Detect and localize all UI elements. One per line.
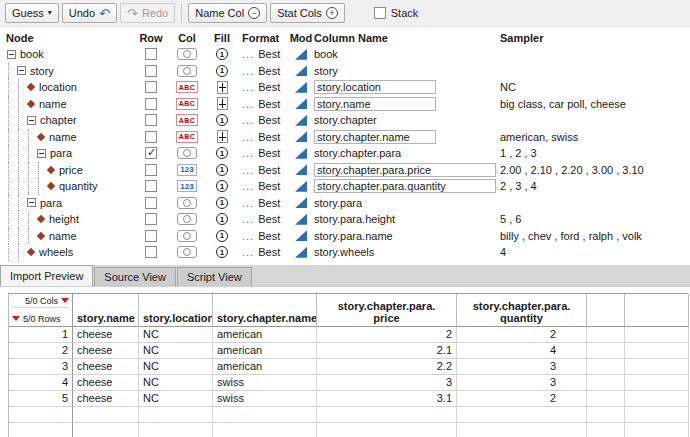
format-ellipsis[interactable]: ...	[242, 147, 254, 159]
format-ellipsis[interactable]: ...	[242, 213, 254, 225]
column-name-input[interactable]	[314, 80, 436, 94]
row-checkbox[interactable]	[145, 197, 157, 209]
format-value[interactable]: Best	[258, 197, 280, 209]
mod-triangle-icon[interactable]	[295, 164, 307, 175]
column-type-ignore-icon[interactable]	[177, 65, 197, 77]
column-type-character-icon[interactable]: ABC	[176, 131, 198, 143]
mod-triangle-icon[interactable]	[295, 98, 307, 109]
mod-triangle-icon[interactable]	[295, 82, 307, 93]
fill-plus-icon[interactable]	[217, 130, 228, 143]
row-checkbox[interactable]	[145, 98, 157, 110]
stat-cols-button[interactable]: Stat Cols +	[270, 3, 345, 23]
tab-import-preview[interactable]: Import Preview	[0, 265, 93, 286]
row-checkbox[interactable]	[145, 48, 157, 60]
columns-badge[interactable]: 5/0 Cols	[12, 296, 69, 308]
format-value[interactable]: Best	[258, 246, 280, 258]
column-type-ignore-icon[interactable]	[177, 197, 197, 209]
column-name-input[interactable]	[314, 163, 496, 177]
fill-one-icon[interactable]: 1	[216, 164, 228, 176]
format-value[interactable]: Best	[258, 180, 280, 192]
row-checkbox[interactable]	[145, 131, 157, 143]
collapse-toggle-icon[interactable]	[17, 66, 26, 75]
format-value[interactable]: Best	[258, 81, 280, 93]
guess-button[interactable]: Guess ▾	[5, 3, 59, 23]
format-ellipsis[interactable]: ...	[242, 114, 254, 126]
fill-one-icon[interactable]: 1	[216, 197, 228, 209]
column-type-character-icon[interactable]: ABC	[176, 114, 198, 126]
stack-checkbox[interactable]	[374, 7, 386, 19]
column-type-numeric-icon[interactable]: 123	[177, 164, 197, 176]
mod-triangle-icon[interactable]	[295, 148, 307, 159]
format-ellipsis[interactable]: ...	[242, 246, 254, 258]
column-name-input[interactable]	[314, 130, 436, 144]
mod-triangle-icon[interactable]	[295, 115, 307, 126]
mod-triangle-icon[interactable]	[295, 65, 307, 76]
format-value[interactable]: Best	[258, 164, 280, 176]
row-checkbox-checked[interactable]	[145, 147, 157, 159]
column-header-quantity[interactable]: story.chapter.para.quantity	[457, 294, 587, 327]
row-checkbox[interactable]	[145, 114, 157, 126]
redo-button[interactable]: ↷ Redo	[120, 3, 175, 23]
format-value[interactable]: Best	[258, 98, 280, 110]
mod-triangle-icon[interactable]	[295, 197, 307, 208]
format-value[interactable]: Best	[258, 131, 280, 143]
fill-plus-icon[interactable]	[217, 81, 228, 94]
tab-script-view[interactable]: Script View	[177, 267, 252, 286]
undo-button[interactable]: Undo ↶	[62, 3, 117, 23]
fill-one-icon[interactable]: 1	[216, 180, 228, 192]
column-type-ignore-icon[interactable]	[177, 48, 197, 60]
column-name-input[interactable]	[314, 179, 496, 193]
mod-triangle-icon[interactable]	[295, 230, 307, 241]
column-header-story-chapter-name[interactable]: story.chapter.name	[213, 294, 317, 327]
format-value[interactable]: Best	[258, 213, 280, 225]
column-header-price[interactable]: story.chapter.para.price	[317, 294, 457, 327]
column-type-character-icon[interactable]: ABC	[176, 98, 198, 110]
fill-plus-icon[interactable]	[217, 97, 228, 110]
format-value[interactable]: Best	[258, 230, 280, 242]
tab-source-view[interactable]: Source View	[94, 267, 176, 286]
format-ellipsis[interactable]: ...	[242, 131, 254, 143]
column-header-story-location[interactable]: story.location	[139, 294, 213, 327]
collapse-toggle-icon[interactable]	[37, 149, 46, 158]
column-type-character-icon[interactable]: ABC	[176, 81, 198, 93]
column-type-ignore-icon[interactable]	[177, 230, 197, 242]
rows-dropdown-icon[interactable]	[12, 316, 20, 321]
row-checkbox[interactable]	[145, 180, 157, 192]
fill-one-icon[interactable]: 1	[216, 147, 228, 159]
collapse-toggle-icon[interactable]	[27, 116, 36, 125]
column-name-input[interactable]	[314, 97, 436, 111]
fill-one-icon[interactable]: 1	[216, 230, 228, 242]
fill-one-icon[interactable]: 1	[216, 48, 228, 60]
format-ellipsis[interactable]: ...	[242, 180, 254, 192]
table-corner-panel[interactable]: 5/0 Cols 5/0 Rows	[9, 294, 73, 327]
columns-dropdown-icon[interactable]	[61, 298, 69, 303]
row-checkbox[interactable]	[145, 164, 157, 176]
row-checkbox[interactable]	[145, 246, 157, 258]
fill-one-icon[interactable]: 1	[216, 114, 228, 126]
fill-one-icon[interactable]: 1	[216, 213, 228, 225]
format-value[interactable]: Best	[258, 48, 280, 60]
mod-triangle-icon[interactable]	[295, 49, 307, 60]
collapse-toggle-icon[interactable]	[7, 50, 16, 59]
format-value[interactable]: Best	[258, 65, 280, 77]
row-checkbox[interactable]	[145, 81, 157, 93]
row-checkbox[interactable]	[145, 65, 157, 77]
mod-triangle-icon[interactable]	[295, 131, 307, 142]
format-ellipsis[interactable]: ...	[242, 98, 254, 110]
format-value[interactable]: Best	[258, 114, 280, 126]
format-value[interactable]: Best	[258, 147, 280, 159]
format-ellipsis[interactable]: ...	[242, 164, 254, 176]
format-ellipsis[interactable]: ...	[242, 81, 254, 93]
rows-badge[interactable]: 5/0 Rows	[12, 314, 69, 324]
name-col-button[interactable]: Name Col −	[188, 3, 267, 23]
column-header-story-name[interactable]: story.name	[73, 294, 139, 327]
row-checkbox[interactable]	[145, 230, 157, 242]
column-type-numeric-icon[interactable]: 123	[177, 180, 197, 192]
mod-triangle-icon[interactable]	[295, 214, 307, 225]
format-ellipsis[interactable]: ...	[242, 230, 254, 242]
column-type-ignore-icon[interactable]	[177, 246, 197, 258]
mod-triangle-icon[interactable]	[295, 181, 307, 192]
fill-one-icon[interactable]: 1	[216, 65, 228, 77]
mod-triangle-icon[interactable]	[295, 247, 307, 258]
format-ellipsis[interactable]: ...	[242, 65, 254, 77]
